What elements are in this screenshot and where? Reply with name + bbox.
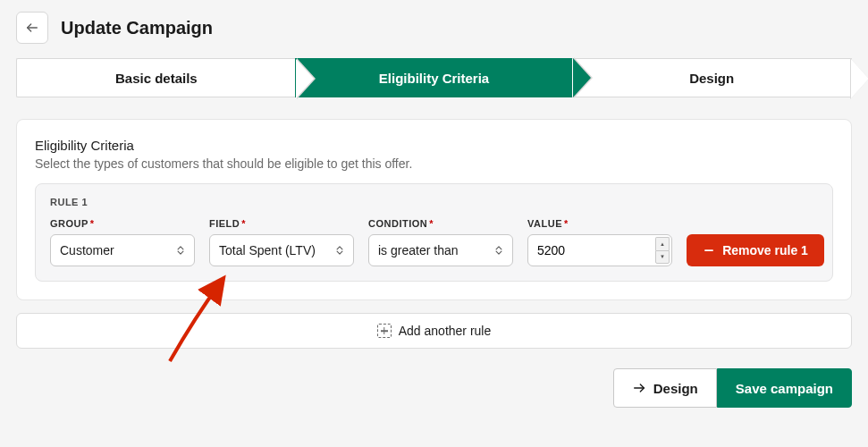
step-eligibility-criteria[interactable]: Eligibility Criteria bbox=[295, 58, 574, 97]
step-basic-details[interactable]: Basic details bbox=[16, 58, 296, 97]
group-label: GROUP* bbox=[50, 218, 195, 229]
add-rule-label: Add another rule bbox=[399, 324, 492, 338]
rule-box: RULE 1 GROUP* Customer FIELD* Total Spen… bbox=[35, 183, 833, 282]
select-caret-icon bbox=[174, 244, 187, 257]
stepper-down-button[interactable]: ▼ bbox=[655, 250, 670, 265]
stepper: Basic details Eligibility Criteria Desig… bbox=[16, 58, 852, 97]
select-caret-icon bbox=[493, 244, 505, 257]
select-caret-icon bbox=[333, 244, 346, 257]
design-button[interactable]: Design bbox=[613, 368, 717, 408]
remove-rule-label: Remove rule 1 bbox=[722, 243, 808, 257]
remove-rule-button[interactable]: Remove rule 1 bbox=[687, 234, 824, 266]
save-campaign-label: Save campaign bbox=[736, 381, 833, 396]
value-label: VALUE* bbox=[527, 218, 672, 229]
arrow-left-icon bbox=[25, 21, 39, 35]
condition-select[interactable]: is greater than bbox=[368, 234, 513, 266]
design-button-label: Design bbox=[653, 381, 698, 396]
field-label: FIELD* bbox=[209, 218, 354, 229]
arrow-right-icon bbox=[632, 381, 646, 395]
field-select[interactable]: Total Spent (LTV) bbox=[209, 234, 354, 266]
eligibility-card: Eligibility Criteria Select the types of… bbox=[16, 119, 852, 300]
rule-heading: RULE 1 bbox=[50, 197, 818, 207]
back-button[interactable] bbox=[16, 12, 48, 44]
card-title: Eligibility Criteria bbox=[35, 138, 833, 153]
minus-icon bbox=[703, 244, 715, 257]
condition-select-value: is greater than bbox=[378, 243, 459, 257]
card-subtitle: Select the types of customers that shoul… bbox=[35, 156, 833, 171]
add-icon bbox=[377, 324, 392, 338]
step-label: Design bbox=[689, 71, 734, 86]
value-input-wrapper: ▲ ▼ bbox=[527, 234, 672, 266]
step-design[interactable]: Design bbox=[572, 58, 852, 97]
group-select[interactable]: Customer bbox=[50, 234, 195, 266]
step-label: Eligibility Criteria bbox=[379, 71, 489, 86]
condition-label: CONDITION* bbox=[368, 218, 513, 229]
group-select-value: Customer bbox=[60, 243, 114, 257]
step-label: Basic details bbox=[115, 71, 198, 86]
value-input[interactable] bbox=[537, 243, 662, 257]
page-title: Update Campaign bbox=[61, 18, 213, 38]
add-rule-button[interactable]: Add another rule bbox=[16, 313, 852, 349]
field-select-value: Total Spent (LTV) bbox=[219, 243, 316, 257]
stepper-up-button[interactable]: ▲ bbox=[655, 237, 670, 250]
save-campaign-button[interactable]: Save campaign bbox=[717, 368, 852, 408]
